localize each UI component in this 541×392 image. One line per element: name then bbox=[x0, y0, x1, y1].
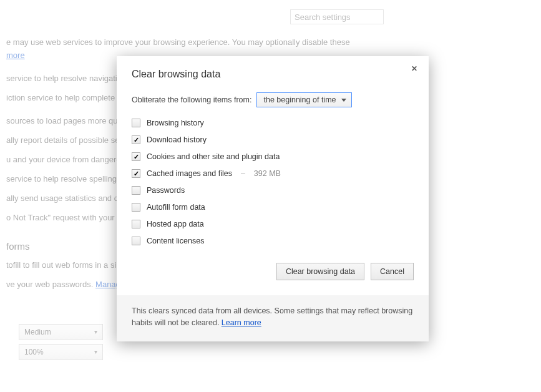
checkbox[interactable] bbox=[132, 186, 140, 195]
option-label: Hosted app data bbox=[147, 220, 204, 228]
cancel-button[interactable]: Cancel bbox=[371, 263, 414, 280]
option-label: Content licenses bbox=[147, 237, 204, 245]
zoom-select[interactable]: 100% bbox=[19, 344, 103, 360]
option-label: Autofill form data bbox=[147, 203, 205, 212]
dialog-title: Clear browsing data bbox=[132, 69, 414, 80]
option-row: Cookies and other site and plugin data bbox=[132, 152, 414, 161]
option-row: Content licenses bbox=[132, 237, 414, 245]
clear-browsing-data-dialog: Clear browsing data Obliterate the follo… bbox=[117, 56, 429, 341]
option-label: Browsing history bbox=[147, 119, 204, 127]
option-row: Download history bbox=[132, 135, 414, 144]
option-row: Autofill form data bbox=[132, 203, 414, 212]
bg-intro: e may use web services to improve your b… bbox=[6, 37, 522, 47]
search-input[interactable] bbox=[290, 9, 384, 24]
clear-browsing-data-button[interactable]: Clear browsing data bbox=[276, 263, 364, 280]
option-label: Cookies and other site and plugin data bbox=[147, 152, 280, 161]
dialog-footer: This clears synced data from all devices… bbox=[117, 295, 429, 341]
option-row: Cached images and files–392 MB bbox=[132, 169, 414, 178]
font-size-select[interactable]: Medium bbox=[19, 324, 103, 340]
time-range-label: Obliterate the following items from: bbox=[132, 96, 251, 104]
option-label: Cached images and files bbox=[147, 169, 232, 178]
options-list: Browsing historyDownload historyCookies … bbox=[132, 119, 414, 245]
checkbox[interactable] bbox=[132, 152, 140, 161]
option-row: Browsing history bbox=[132, 119, 414, 127]
learn-more-link[interactable]: more bbox=[6, 51, 25, 60]
option-label: Download history bbox=[147, 135, 207, 144]
time-range-dropdown[interactable]: the beginning of time bbox=[256, 92, 351, 107]
checkbox[interactable] bbox=[132, 119, 140, 127]
learn-more-link[interactable]: Learn more bbox=[222, 318, 261, 327]
option-row: Passwords bbox=[132, 186, 414, 195]
option-label: Passwords bbox=[147, 186, 185, 195]
checkbox[interactable] bbox=[132, 237, 140, 245]
option-row: Hosted app data bbox=[132, 220, 414, 228]
option-detail: 392 MB bbox=[254, 169, 281, 178]
separator: – bbox=[241, 169, 245, 178]
checkbox[interactable] bbox=[132, 169, 140, 178]
checkbox[interactable] bbox=[132, 203, 140, 212]
close-icon[interactable] bbox=[410, 65, 419, 74]
checkbox[interactable] bbox=[132, 135, 140, 144]
checkbox[interactable] bbox=[132, 220, 140, 228]
